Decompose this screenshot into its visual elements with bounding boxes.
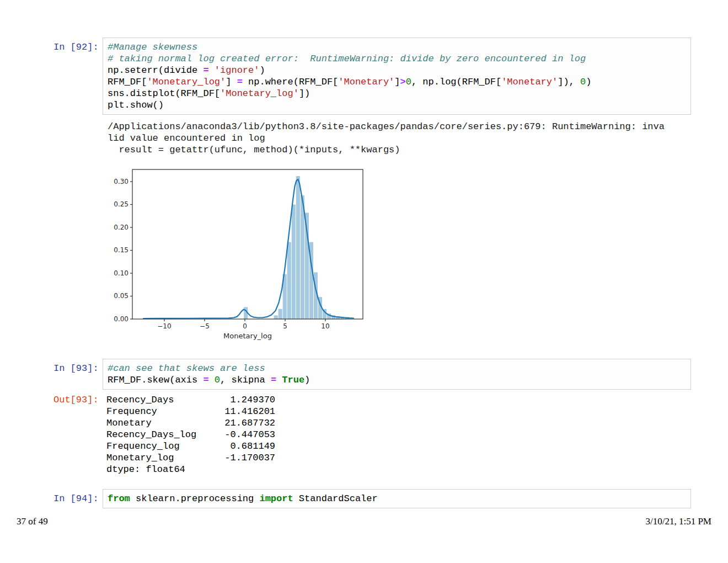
skew-result-row: Recency_Days1.249370 [106, 394, 275, 406]
y-tick-label: 0.05 [114, 292, 129, 300]
code-line: #Manage skewness [108, 41, 686, 53]
input-prompt-93: In [93]: [53, 363, 99, 374]
y-tick-label: 0.15 [114, 246, 129, 254]
hist-bar [287, 242, 291, 319]
code-input-94: from sklearn.preprocessing import Standa… [103, 489, 691, 508]
stream-line: result = getattr(ufunc, method)(*inputs,… [108, 144, 665, 156]
code-line: plt.show() [108, 99, 686, 111]
skew-result-row: Monetary_log-1.170037 [106, 452, 275, 464]
series-name: Recency_Days_log [106, 429, 224, 440]
hist-bar [292, 205, 296, 320]
print-timestamp: 3/10/21, 1:51 PM [646, 516, 712, 527]
skew-value: -0.447053 [224, 429, 275, 440]
skew-result-row: Recency_Days_log-0.447053 [106, 429, 275, 440]
y-tick-label: 0.20 [114, 224, 129, 231]
skew-value: 0.681149 [224, 440, 275, 452]
skew-value: 21.687732 [224, 417, 275, 429]
series-name: Frequency_log [106, 440, 224, 452]
y-tick-label: 0.25 [114, 200, 129, 208]
hist-bar [279, 309, 282, 319]
skew-value: 11.416201 [224, 406, 275, 417]
code-input-92: #Manage skewness# taking normal log crea… [103, 38, 691, 115]
code-line: from sklearn.preprocessing import Standa… [108, 493, 686, 504]
warning-output: /Applications/anaconda3/lib/python3.8/si… [108, 121, 665, 156]
skew-value: -1.170037 [224, 452, 275, 464]
code-line: RFM_DF.skew(axis = 0, skipna = True) [108, 374, 686, 386]
x-tick-label: −10 [157, 322, 171, 330]
x-axis-label: Monetary_log [223, 332, 272, 340]
x-tick-label: 10 [321, 322, 329, 330]
distplot-figure: −10−505100.000.050.100.150.200.250.30Mon… [110, 164, 370, 350]
input-prompt-94: In [94]: [53, 493, 99, 504]
x-tick-label: −5 [200, 322, 210, 330]
y-tick-label: 0.10 [114, 269, 129, 277]
code-line: sns.distplot(RFM_DF['Monetary_log']) [108, 88, 686, 99]
skew-result-row: Monetary21.687732 [106, 417, 275, 429]
skew-value: 1.249370 [224, 394, 275, 406]
output-prompt-93: Out[93]: [53, 394, 99, 406]
hist-bar [274, 315, 278, 319]
skew-result-row: Frequency11.416201 [106, 406, 275, 417]
stream-line: lid value encountered in log [108, 132, 665, 144]
y-tick-label: 0.30 [114, 178, 129, 185]
code-line: np.seterr(divide = 'ignore') [108, 65, 686, 76]
distplot-svg: −10−505100.000.050.100.150.200.250.30Mon… [110, 164, 370, 347]
skew-result-list: Recency_Days1.249370Frequency11.416201Mo… [106, 394, 275, 475]
x-tick-label: 0 [243, 322, 247, 330]
skew-result-row: Frequency_log0.681149 [106, 440, 275, 452]
code-input-93: #can see that skews are lessRFM_DF.skew(… [103, 359, 691, 390]
series-name: Monetary [106, 417, 224, 429]
page-number: 37 of 49 [17, 516, 48, 527]
notebook-print-page: In [92]: #Manage skewness# taking normal… [0, 0, 728, 563]
code-line: #can see that skews are less [108, 363, 686, 374]
x-tick-label: 5 [283, 322, 287, 330]
stream-line: /Applications/anaconda3/lib/python3.8/si… [108, 121, 665, 132]
code-line: RFM_DF['Monetary_log'] = np.where(RFM_DF… [108, 76, 686, 88]
hist-bar [296, 176, 300, 319]
series-name: Frequency [106, 406, 224, 417]
series-name: Recency_Days [106, 394, 224, 406]
code-line: # taking normal log created error: Runti… [108, 53, 686, 65]
y-tick-label: 0.00 [114, 315, 129, 323]
input-prompt-92: In [92]: [53, 41, 99, 53]
series-name: Monetary_log [106, 452, 224, 464]
hist-bar [301, 195, 304, 319]
dtype-line: dtype: float64 [106, 464, 275, 475]
